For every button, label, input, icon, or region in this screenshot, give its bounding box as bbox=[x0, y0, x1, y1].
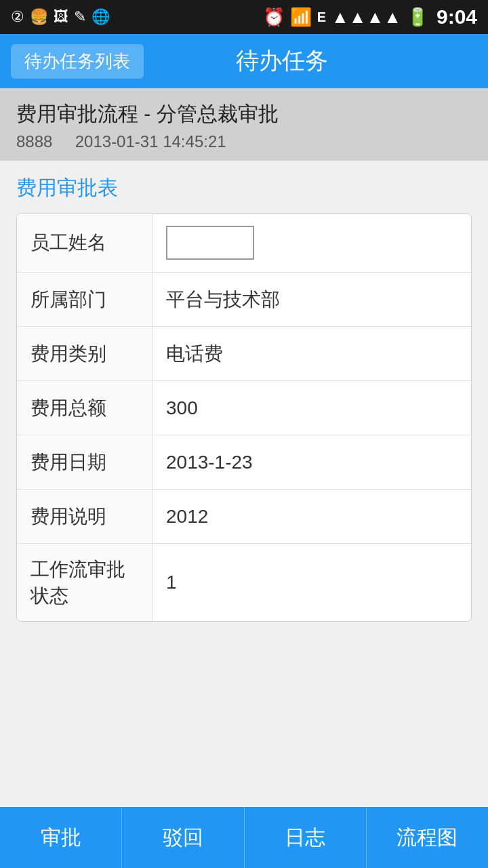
table-row: 费用说明 2012 bbox=[17, 490, 471, 544]
notification-icon-1: ② bbox=[11, 8, 24, 26]
battery-icon: 🔋 bbox=[407, 7, 428, 28]
table-row: 费用日期 2013-1-23 bbox=[17, 435, 471, 490]
field-value-workflow-status: 1 bbox=[152, 544, 471, 621]
employee-name-input[interactable] bbox=[166, 226, 254, 260]
field-label-description: 费用说明 bbox=[17, 490, 152, 543]
status-bar: ② 🍔 🖼 ✎ 🌐 ⏰ 📶 E ▲▲▲▲ 🔋 9:04 bbox=[0, 0, 488, 34]
field-label-department: 所属部门 bbox=[17, 273, 152, 326]
wifi-icon: 📶 bbox=[290, 7, 312, 28]
process-info: 费用审批流程 - 分管总裁审批 8888 2013-01-31 14:45:21 bbox=[0, 88, 488, 161]
field-label-employee: 员工姓名 bbox=[17, 214, 152, 272]
status-bar-left: ② 🍔 🖼 ✎ 🌐 bbox=[11, 8, 110, 26]
signal-icon: ▲▲▲▲ bbox=[331, 7, 401, 28]
form-table: 员工姓名 所属部门 平台与技术部 费用类别 电话费 bbox=[16, 213, 472, 622]
field-value-department: 平台与技术部 bbox=[152, 273, 471, 326]
approve-button[interactable]: 审批 bbox=[0, 807, 122, 868]
header: 待办任务列表 待办任务 bbox=[0, 34, 488, 88]
time-display: 9:04 bbox=[436, 5, 477, 28]
table-row: 工作流审批状态 1 bbox=[17, 544, 471, 621]
table-row: 员工姓名 bbox=[17, 214, 471, 273]
form-heading: 费用审批表 bbox=[16, 174, 472, 202]
log-button[interactable]: 日志 bbox=[245, 807, 367, 868]
back-button[interactable]: 待办任务列表 bbox=[11, 44, 144, 79]
alarm-icon: ⏰ bbox=[263, 7, 285, 28]
process-title: 费用审批流程 - 分管总裁审批 bbox=[16, 100, 472, 128]
field-label-total: 费用总额 bbox=[17, 381, 152, 435]
table-row: 费用总额 300 bbox=[17, 381, 471, 435]
notification-icon-4: ✎ bbox=[74, 8, 86, 26]
field-value-employee bbox=[152, 214, 471, 272]
form-section: 费用审批表 员工姓名 所属部门 平台与技术部 费用类别 bbox=[0, 161, 488, 718]
field-value-date: 2013-1-23 bbox=[152, 435, 471, 489]
status-bar-right: ⏰ 📶 E ▲▲▲▲ 🔋 9:04 bbox=[263, 5, 477, 28]
page-title: 待办任务 bbox=[155, 45, 477, 77]
field-label-date: 费用日期 bbox=[17, 435, 152, 489]
table-row: 费用类别 电话费 bbox=[17, 327, 471, 381]
network-type: E bbox=[317, 9, 326, 25]
bottom-toolbar: 审批 驳回 日志 流程图 bbox=[0, 807, 488, 868]
field-value-total: 300 bbox=[152, 381, 471, 435]
notification-icon-2: 🍔 bbox=[30, 8, 48, 26]
content-spacer bbox=[0, 718, 488, 807]
flowchart-button[interactable]: 流程图 bbox=[367, 807, 488, 868]
field-label-workflow-status: 工作流审批状态 bbox=[17, 544, 152, 621]
process-meta: 8888 2013-01-31 14:45:21 bbox=[16, 132, 472, 151]
notification-icon-5: 🌐 bbox=[92, 8, 110, 26]
field-value-category: 电话费 bbox=[152, 327, 471, 380]
reject-button[interactable]: 驳回 bbox=[122, 807, 244, 868]
table-row: 所属部门 平台与技术部 bbox=[17, 273, 471, 327]
notification-icon-3: 🖼 bbox=[54, 8, 68, 26]
field-value-description: 2012 bbox=[152, 490, 471, 543]
field-label-category: 费用类别 bbox=[17, 327, 152, 380]
process-id: 8888 bbox=[16, 132, 52, 151]
process-datetime: 2013-01-31 14:45:21 bbox=[75, 132, 226, 151]
